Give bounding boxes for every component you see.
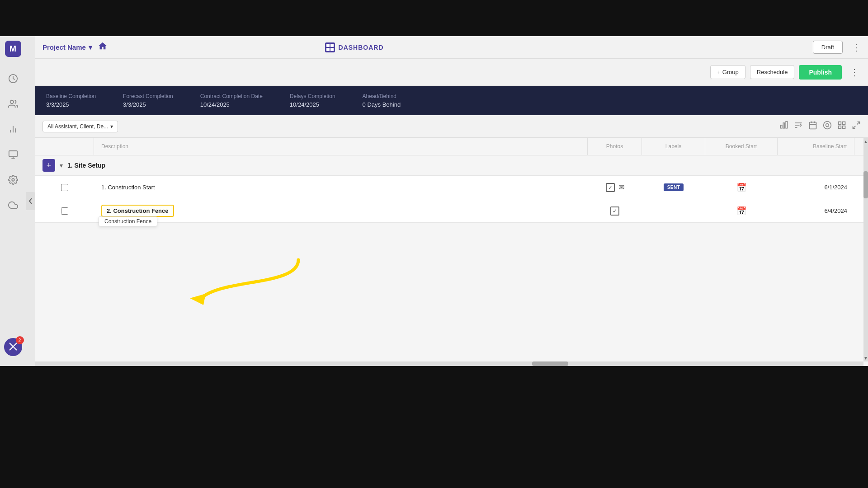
app-logo[interactable]: M bbox=[5, 41, 21, 57]
row-labels-construction-fence bbox=[642, 206, 705, 216]
svg-point-8 bbox=[12, 178, 14, 181]
dashboard-label: DASHBOARD bbox=[325, 42, 384, 52]
group-collapse-icon[interactable]: ▾ bbox=[60, 162, 63, 169]
top-navigation: Project Name ▾ DASHBOARD Draft ⋮ bbox=[35, 36, 868, 59]
svg-line-26 bbox=[853, 126, 856, 129]
row-photos-construction-fence: ✓ bbox=[588, 202, 642, 220]
stat-delays-completion-value: 10/24/2025 bbox=[290, 101, 335, 108]
checkbox-construction-fence[interactable] bbox=[61, 207, 68, 215]
svg-rect-10 bbox=[783, 123, 784, 128]
top-nav-more-icon[interactable]: ⋮ bbox=[852, 42, 861, 53]
action-toolbar: + Group Reschedule Publish ⋮ bbox=[35, 59, 868, 86]
th-description: Description bbox=[94, 138, 588, 155]
row-baseline-start-construction-start: 6/1/2024 bbox=[778, 179, 854, 195]
sidebar-item-monitor[interactable] bbox=[5, 146, 21, 163]
sidebar: M bbox=[0, 36, 26, 366]
highlighted-construction-fence: 2. Construction Fence bbox=[101, 205, 174, 217]
grid-view-icon[interactable] bbox=[837, 121, 846, 132]
draft-button[interactable]: Draft bbox=[813, 41, 843, 54]
filter-selector[interactable]: All Assistant, Client, De... ▾ bbox=[42, 121, 118, 132]
sidebar-item-clock[interactable] bbox=[5, 70, 21, 87]
svg-rect-15 bbox=[810, 122, 816, 129]
sidebar-item-users[interactable] bbox=[5, 96, 21, 112]
bar-chart-view-icon[interactable] bbox=[779, 121, 788, 132]
avatar[interactable]: 2 bbox=[4, 338, 22, 356]
filter-label: All Assistant, Client, De... bbox=[47, 123, 108, 130]
sidebar-item-cloud[interactable] bbox=[5, 197, 21, 213]
horizontal-scrollbar-thumb[interactable] bbox=[532, 361, 568, 366]
scrollbar-down-arrow-icon[interactable]: ▼ bbox=[863, 354, 868, 361]
project-name-chevron-icon: ▾ bbox=[89, 43, 92, 52]
stats-bar: Baseline Completion 3/3/2025 Forecast Co… bbox=[35, 86, 868, 115]
row-booked-start-construction-fence: 📅 bbox=[705, 202, 778, 221]
stat-baseline-completion-value: 3/3/2025 bbox=[46, 101, 96, 108]
checkbox-construction-start[interactable] bbox=[61, 184, 68, 191]
th-booked-start: Booked Start bbox=[705, 138, 778, 155]
svg-line-25 bbox=[857, 122, 860, 125]
dashboard-grid-icon bbox=[325, 42, 335, 52]
stat-contract-completion: Contract Completion Date 10/24/2025 bbox=[200, 93, 263, 108]
radio-view-icon[interactable] bbox=[823, 121, 832, 132]
booked-start-calendar-icon-fence[interactable]: 📅 bbox=[736, 206, 746, 216]
mail-icon[interactable]: ✉ bbox=[618, 183, 624, 192]
row-checkbox-construction-start[interactable] bbox=[35, 184, 94, 191]
photo-check-icon[interactable]: ✓ bbox=[606, 183, 615, 192]
table-container: Description Photos Labels Booked Start B… bbox=[35, 138, 868, 366]
stat-baseline-completion-label: Baseline Completion bbox=[46, 93, 96, 99]
construction-fence-tooltip: Construction Fence bbox=[99, 216, 157, 226]
reschedule-button[interactable]: Reschedule bbox=[750, 65, 795, 79]
notification-badge: 2 bbox=[16, 336, 24, 344]
vertical-scrollbar[interactable]: ▲ ▼ bbox=[863, 138, 868, 361]
project-name-selector[interactable]: Project Name ▾ bbox=[42, 43, 92, 52]
group-button[interactable]: + Group bbox=[710, 65, 745, 79]
stat-ahead-behind: Ahead/Behind 0 Days Behind bbox=[363, 93, 401, 108]
stat-ahead-behind-value: 0 Days Behind bbox=[363, 101, 401, 108]
svg-rect-21 bbox=[839, 122, 841, 125]
sidebar-item-gear[interactable] bbox=[5, 172, 21, 188]
publish-button[interactable]: Publish bbox=[799, 65, 842, 80]
th-labels: Labels bbox=[642, 138, 705, 155]
stat-forecast-completion-label: Forecast Completion bbox=[123, 93, 173, 99]
dashboard-text: DASHBOARD bbox=[339, 44, 384, 51]
svg-point-1 bbox=[10, 100, 13, 103]
row-baseline-start-construction-fence: 6/4/2024 bbox=[778, 203, 854, 219]
sidebar-collapse-toggle[interactable] bbox=[26, 192, 35, 210]
sort-view-icon[interactable] bbox=[794, 121, 803, 132]
table-row: 2. Construction Fence Construction Fence… bbox=[35, 199, 868, 223]
table-header: Description Photos Labels Booked Start B… bbox=[35, 138, 868, 155]
th-photos: Photos bbox=[588, 138, 642, 155]
horizontal-scrollbar[interactable] bbox=[35, 361, 863, 366]
stat-forecast-completion-value: 3/3/2025 bbox=[123, 101, 173, 108]
table-row: 1. Construction Start ✓ ✉ SENT 📅 6/1/202… bbox=[35, 176, 868, 199]
row-labels-construction-start: SENT bbox=[642, 179, 705, 196]
row-checkbox-construction-fence[interactable] bbox=[35, 207, 94, 215]
expand-view-icon[interactable] bbox=[852, 121, 861, 132]
svg-rect-5 bbox=[9, 151, 17, 157]
photo-check-icon-fence[interactable]: ✓ bbox=[610, 206, 619, 216]
add-row-button[interactable]: + bbox=[42, 159, 55, 172]
filter-chevron-icon: ▾ bbox=[110, 123, 113, 130]
filter-bar: All Assistant, Client, De... ▾ bbox=[35, 115, 868, 138]
svg-rect-11 bbox=[786, 122, 787, 128]
booked-start-calendar-icon[interactable]: 📅 bbox=[736, 183, 746, 192]
toolbar-more-icon[interactable]: ⋮ bbox=[850, 67, 859, 78]
svg-rect-22 bbox=[843, 122, 845, 125]
calendar-view-icon[interactable] bbox=[808, 121, 817, 132]
stat-forecast-completion: Forecast Completion 3/3/2025 bbox=[123, 93, 173, 108]
project-name-label: Project Name bbox=[42, 43, 86, 51]
row-photos-construction-start: ✓ ✉ bbox=[588, 178, 642, 197]
stat-delays-completion-label: Delays Completion bbox=[290, 93, 335, 99]
sent-badge: SENT bbox=[664, 183, 684, 191]
svg-rect-9 bbox=[781, 125, 782, 128]
stat-baseline-completion: Baseline Completion 3/3/2025 bbox=[46, 93, 96, 108]
row-description-construction-fence: 2. Construction Fence Construction Fence bbox=[94, 200, 588, 221]
home-icon[interactable] bbox=[98, 41, 108, 53]
stat-ahead-behind-label: Ahead/Behind bbox=[363, 93, 401, 99]
vertical-scrollbar-thumb[interactable] bbox=[863, 171, 868, 198]
stat-delays-completion: Delays Completion 10/24/2025 bbox=[290, 93, 335, 108]
stat-contract-completion-value: 10/24/2025 bbox=[200, 101, 263, 108]
svg-point-20 bbox=[826, 124, 829, 127]
row-booked-start-construction-start: 📅 bbox=[705, 178, 778, 197]
sidebar-item-chart[interactable] bbox=[5, 121, 21, 137]
scrollbar-up-arrow-icon[interactable]: ▲ bbox=[863, 138, 868, 145]
